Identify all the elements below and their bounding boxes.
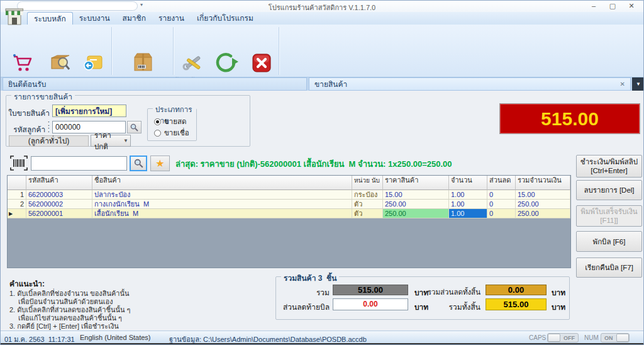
- group-separator: [279, 27, 279, 75]
- scan-search-button[interactable]: [130, 156, 147, 171]
- cell-total[interactable]: 250.00: [516, 200, 570, 209]
- cell-qty[interactable]: 1.00: [449, 200, 487, 209]
- cell-name[interactable]: ปลากระป๋อง: [92, 190, 352, 200]
- barcode-icon: [9, 155, 28, 174]
- pay-print-slip-button[interactable]: ชำระเงิน/พิมพ์สลิป [Ctrl+Enter]: [576, 155, 642, 178]
- cell-price[interactable]: 250.00: [383, 200, 449, 209]
- cell-qty[interactable]: 1.00: [449, 190, 487, 200]
- cell-name[interactable]: เสื้อนักเรียน M: [92, 209, 352, 218]
- toggle-knob: [548, 334, 560, 342]
- maximize-button[interactable]: ▢: [603, 1, 622, 11]
- tab-sale[interactable]: ขายสินค้า ✕: [309, 77, 631, 91]
- cell-name[interactable]: กางเกงนักเรียน M: [92, 200, 352, 209]
- cell-unit[interactable]: ตัว: [352, 200, 383, 209]
- row-header[interactable]: ▶ 3: [8, 209, 26, 218]
- radio-icon: [154, 118, 161, 125]
- recall-bill-button[interactable]: เรียกคืนบิล [F7]: [576, 257, 642, 278]
- cell-code[interactable]: 662000003: [26, 190, 92, 200]
- button-label: พิมพ์ใบเสร็จรับเงิน: [580, 207, 637, 216]
- grid-corner: [8, 176, 26, 190]
- hold-bill-button[interactable]: พักบิล [F6]: [576, 231, 642, 252]
- minimize-button[interactable]: –: [584, 1, 603, 11]
- group-separator: [111, 27, 112, 75]
- close-button[interactable]: ✕: [622, 1, 641, 11]
- search-icon: [134, 159, 143, 168]
- tab-close-icon[interactable]: ✕: [620, 80, 625, 89]
- bill-discount-input[interactable]: 0.00: [333, 298, 408, 310]
- app-window: ▾ โปรแกรมร้านค้าสวัสดิการ V.1.1.7.0 – ▢ …: [0, 0, 644, 345]
- col-header-code[interactable]: รหัสสินค้า: [26, 176, 92, 190]
- app-store-icon[interactable]: [4, 8, 25, 29]
- cell-unit[interactable]: ตัว: [352, 209, 383, 218]
- titlebar: ▾ โปรแกรมร้านค้าสวัสดิการ V.1.1.7.0 – ▢ …: [1, 1, 643, 12]
- radio-label: ขายเชื่อ: [164, 127, 189, 139]
- ribbon-tab-about[interactable]: เกี่ยวกับโปรแกรม: [191, 12, 260, 25]
- sum-value: 515.00: [333, 285, 408, 295]
- totals-groupbox: รวมสินค้า 3 ชิ้น รวม 515.00 บาท รวมส่วนล…: [275, 276, 570, 320]
- bill-discount-label: ส่วนลดท้ายบิล: [281, 301, 330, 313]
- cell-total[interactable]: 15.00: [516, 190, 570, 200]
- button-label: เรียกคืนบิล [F7]: [585, 263, 633, 272]
- barcode-box-icon: [130, 51, 155, 75]
- row-header[interactable]: 1: [8, 190, 26, 200]
- cell-price-highlighted[interactable]: 250.00: [383, 209, 449, 218]
- discount-total-value: 0.00: [486, 285, 547, 295]
- invoice-field[interactable]: [เพิ่มรายการใหม่]: [52, 105, 126, 117]
- current-row-marker-icon: ▶: [9, 210, 13, 218]
- cell-total[interactable]: 250.00: [516, 209, 570, 218]
- price-level-combo[interactable]: ราคาปกติ ▼: [91, 135, 131, 147]
- print-receipt-button[interactable]: พิมพ์ใบเสร็จรับเงิน [F11]]: [576, 205, 642, 227]
- col-header-qty[interactable]: จำนวน: [449, 176, 487, 190]
- cell-code[interactable]: 562000001: [26, 209, 92, 218]
- delete-item-button[interactable]: ลบรายการ [Del]: [576, 180, 642, 200]
- ribbon-tab-main[interactable]: ระบบหลัก: [27, 12, 73, 25]
- radio-cash-sale[interactable]: ขายสด: [154, 116, 187, 127]
- grid-row[interactable]: 1 662000003 ปลากระป๋อง กระป๋อง 15.00 1.0…: [8, 190, 570, 200]
- tab-sale-label: ขายสินค้า: [314, 80, 347, 89]
- currency-label: บาท: [552, 286, 565, 298]
- cell-price[interactable]: 15.00: [383, 190, 449, 200]
- cell-qty-selected[interactable]: 1.00: [449, 209, 487, 218]
- caps-label: CAPS: [529, 334, 546, 341]
- ribbon: ขายสินค้า[F1] สอบถามราคา: [1, 25, 643, 77]
- ribbon-tab-work[interactable]: ระบบงาน: [73, 12, 116, 25]
- customer-code-label: รหัสลูกค้า :: [8, 123, 50, 135]
- col-header-price[interactable]: ราคาสินค้า: [383, 176, 449, 190]
- col-header-name[interactable]: ชื่อสินค้า: [92, 176, 352, 190]
- cell-discount[interactable]: 0: [487, 200, 516, 209]
- groupbox-title: รายการขายสินค้า: [11, 91, 75, 103]
- tab-list-dropdown-button[interactable]: ▼: [632, 77, 644, 91]
- tab-welcome-label: ยินดีต้อนรับ: [8, 80, 46, 89]
- grand-value: 515.00: [486, 298, 547, 310]
- cell-discount[interactable]: 0: [487, 190, 516, 200]
- grid-row-current[interactable]: ▶ 3 562000001 เสื้อนักเรียน M ตัว 250.00…: [8, 209, 570, 218]
- customer-search-button[interactable]: [127, 121, 142, 133]
- favorite-star-button[interactable]: ★: [150, 156, 170, 171]
- caps-toggle[interactable]: OFF: [547, 333, 579, 342]
- radio-credit-sale[interactable]: ขายเชื่อ: [154, 127, 189, 139]
- grid-row[interactable]: 2 562000002 กางเกงนักเรียน M ตัว 250.00 …: [8, 200, 570, 209]
- col-header-unit[interactable]: หน่วย นับ: [352, 176, 383, 190]
- button-shortcut: [Ctrl+Enter]: [591, 166, 627, 175]
- num-state: ON: [601, 335, 616, 341]
- cell-discount[interactable]: 0: [487, 209, 516, 218]
- ribbon-tab-reports[interactable]: รายงาน: [152, 12, 191, 25]
- cell-unit[interactable]: กระป๋อง: [352, 190, 383, 200]
- groupbox-title: รวมสินค้า 3 ชิ้น: [281, 272, 339, 284]
- row-header[interactable]: 2: [8, 200, 26, 209]
- radio-icon: [154, 130, 161, 137]
- ribbon-tab-members[interactable]: สมาชิก: [116, 12, 152, 25]
- cart-icon: [11, 51, 34, 75]
- price-level-value: ราคาปกติ: [94, 130, 121, 152]
- status-locale: English (United States): [80, 334, 151, 341]
- barcode-input[interactable]: [31, 156, 127, 171]
- num-toggle[interactable]: ON: [601, 333, 630, 342]
- discount-total-label: รวมส่วนลดทั้งสิ้น: [424, 286, 480, 298]
- col-header-discount[interactable]: ส่วนลด: [487, 176, 516, 190]
- sale-page: รายการขายสินค้า ใบขายสินค้า : [เพิ่มรายก…: [1, 91, 643, 331]
- tab-welcome[interactable]: ยินดีต้อนรับ: [3, 77, 307, 91]
- sale-items-grid: รหัสสินค้า ชื่อสินค้า หน่วย นับ ราคาสินค…: [7, 175, 571, 268]
- col-header-total[interactable]: รวมจำนวนเงิน: [516, 176, 570, 190]
- cell-code[interactable]: 562000002: [26, 200, 92, 209]
- toggle-knob: [616, 334, 629, 342]
